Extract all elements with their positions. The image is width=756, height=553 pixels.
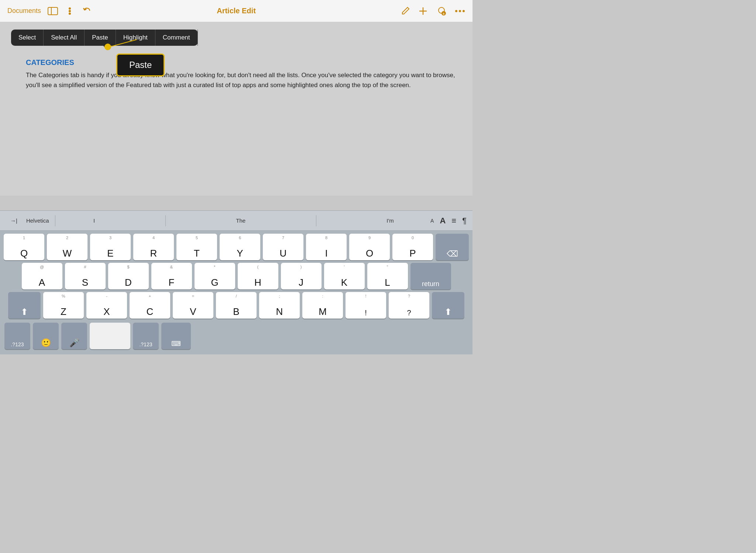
key-q-number: 1 [23, 236, 25, 240]
key-y[interactable]: 6 Y [220, 234, 260, 260]
key-o[interactable]: 9 O [349, 234, 390, 260]
key-u-letter: U [280, 248, 287, 258]
divider-3 [316, 215, 316, 226]
key-e[interactable]: 3 E [90, 234, 131, 260]
pen-icon [400, 6, 410, 16]
key-h-sym: ( [257, 265, 259, 269]
menu-icon [65, 7, 75, 16]
key-m-letter: M [319, 307, 327, 316]
key-mic[interactable]: 🎤 [61, 323, 87, 349]
key-exclaim-letter: ! [365, 309, 367, 316]
paragraph-align-icon[interactable]: ≡ [451, 216, 456, 226]
font-size-small[interactable]: A [430, 218, 434, 224]
key-r[interactable]: 4 R [133, 234, 174, 260]
key-c-sym: + [149, 294, 151, 298]
key-w[interactable]: 2 W [47, 234, 87, 260]
key-f[interactable]: & F [151, 263, 192, 289]
key-s[interactable]: # S [65, 263, 106, 289]
context-menu-select[interactable]: Select [11, 30, 44, 46]
key-r-number: 4 [152, 236, 155, 240]
key-question-letter: ? [407, 309, 411, 316]
key-i[interactable]: 8 I [306, 234, 347, 260]
key-d[interactable]: $ D [108, 263, 149, 289]
key-h[interactable]: ( H [238, 263, 278, 289]
account-button[interactable]: + [436, 5, 447, 17]
context-menu-paste[interactable]: Paste [85, 30, 116, 46]
key-u[interactable]: 7 U [263, 234, 303, 260]
svg-point-4 [69, 13, 71, 15]
key-c[interactable]: + C [130, 292, 170, 319]
suggestion-2[interactable]: The [231, 215, 250, 226]
key-r-letter: R [150, 248, 157, 258]
key-t[interactable]: 5 T [176, 234, 217, 260]
more-button[interactable] [455, 9, 465, 13]
key-l[interactable]: " L [367, 263, 408, 289]
key-g[interactable]: * G [195, 263, 235, 289]
key-a[interactable]: @ A [22, 263, 62, 289]
key-shift-right[interactable]: ⬆ [432, 292, 464, 319]
svg-point-11 [459, 10, 461, 12]
key-num-right[interactable]: .?123 [133, 323, 159, 349]
key-v[interactable]: = V [173, 292, 213, 319]
undo-button[interactable] [82, 6, 92, 16]
key-b-sym: / [236, 294, 237, 298]
key-u-number: 7 [282, 236, 284, 240]
paste-tooltip[interactable]: Paste [116, 54, 165, 76]
key-shift-left[interactable]: ⬆ [8, 292, 41, 319]
article-title: CATEGORIES [26, 58, 74, 67]
key-x-sym: - [106, 294, 107, 298]
undo-icon [82, 6, 92, 16]
key-a-letter: A [39, 278, 45, 287]
key-b[interactable]: / B [216, 292, 257, 319]
key-shift-left-label: ⬆ [21, 308, 28, 316]
key-num-left[interactable]: .?123 [4, 323, 30, 349]
key-n-sym: ; [279, 294, 280, 298]
svg-point-12 [463, 10, 465, 12]
key-v-letter: V [190, 307, 196, 316]
key-z[interactable]: % Z [43, 292, 84, 319]
key-v-sym: = [192, 294, 194, 298]
add-icon [418, 6, 428, 16]
key-m-sym: : [322, 294, 323, 298]
context-menu-select-all[interactable]: Select All [44, 30, 85, 46]
key-exclaim[interactable]: ! ! [346, 292, 386, 319]
documents-button[interactable]: Documents [7, 7, 41, 15]
key-e-number: 3 [109, 236, 111, 240]
context-menu-comment[interactable]: Comment [155, 30, 198, 46]
pilcrow-icon[interactable]: ¶ [462, 216, 467, 226]
menu-button[interactable] [65, 7, 75, 16]
key-k[interactable]: ' K [324, 263, 365, 289]
suggestion-1[interactable]: I [89, 215, 99, 226]
pen-button[interactable] [400, 6, 410, 16]
key-i-letter: I [325, 248, 327, 258]
key-n[interactable]: ; N [259, 292, 300, 319]
key-m[interactable]: : M [302, 292, 343, 319]
key-delete[interactable]: ⌫ [436, 234, 469, 260]
key-question[interactable]: ? ? [389, 292, 429, 319]
add-button[interactable] [418, 6, 428, 16]
key-keyboard[interactable]: ⌨ [161, 323, 191, 349]
key-j[interactable]: ) J [281, 263, 322, 289]
key-row-2: @ A # S $ D & F * G ( H [2, 263, 470, 289]
key-delete-label: ⌫ [447, 250, 458, 258]
key-t-number: 5 [196, 236, 198, 240]
key-q[interactable]: 1 Q [4, 234, 44, 260]
key-k-sym: ' [344, 265, 344, 269]
key-l-letter: L [385, 278, 390, 287]
key-x[interactable]: - X [86, 292, 127, 319]
font-size-large[interactable]: A [440, 216, 446, 226]
top-bar: Documents Article Edit [0, 0, 472, 22]
sidebar-toggle-button[interactable] [48, 7, 58, 16]
key-space[interactable] [90, 323, 130, 349]
sidebar-icon [48, 7, 58, 16]
key-t-letter: T [194, 248, 200, 258]
keyboard-toolbar: →| Helvetica I The I'm A A ≡ ¶ [0, 210, 472, 231]
key-return[interactable]: return [410, 263, 451, 289]
font-name[interactable]: Helvetica [22, 215, 54, 226]
divider-2 [165, 215, 166, 226]
key-row-1: 1 Q 2 W 3 E 4 R 5 T 6 Y [2, 234, 470, 260]
key-emoji[interactable]: 🙂 [33, 323, 59, 349]
suggestion-3[interactable]: I'm [382, 215, 398, 226]
key-p[interactable]: 0 P [392, 234, 433, 260]
tab-key[interactable]: →| [6, 215, 22, 226]
